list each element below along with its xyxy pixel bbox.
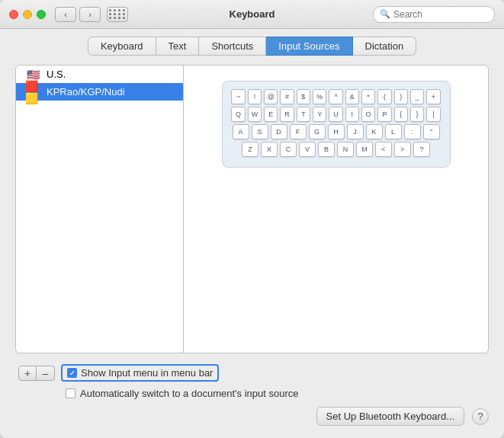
kb-key: ~ (231, 89, 245, 104)
sidebar: 🇺🇸 U.S. 🟥🟨 KPRao/KGP/Nudi (16, 66, 184, 353)
kb-key: H (328, 124, 345, 139)
kb-key: _ (410, 89, 424, 104)
auto-switch-row: Automatically switch to a document's inp… (18, 388, 486, 399)
back-button[interactable]: ‹ (55, 7, 76, 22)
window-title: Keyboard (230, 8, 275, 20)
kb-key: S (252, 124, 268, 139)
kb-key: G (309, 124, 326, 139)
remove-source-button[interactable]: – (37, 366, 55, 381)
help-button[interactable]: ? (472, 408, 489, 425)
sidebar-item-kprao[interactable]: 🟥🟨 KPRao/KGP/Nudi (16, 83, 183, 101)
kb-key: C (280, 142, 297, 157)
tab-text[interactable]: Text (156, 37, 200, 56)
kb-key: K (366, 124, 383, 139)
kb-key: | (426, 107, 440, 122)
kb-key: : (404, 124, 421, 139)
kb-key: L (385, 124, 402, 139)
kb-row-4: Z X C V B N M < > ? (232, 142, 441, 157)
show-input-menu-area: Show Input menu in menu bar (61, 364, 219, 382)
sidebar-item-us[interactable]: 🇺🇸 U.S. (16, 66, 183, 83)
kb-key: Q (231, 107, 245, 122)
kb-key: + (426, 89, 440, 104)
search-input[interactable] (393, 9, 485, 20)
kb-key: $ (297, 89, 310, 104)
kb-key: A (233, 124, 249, 139)
kb-row-3: A S D F G H J K L : " (232, 124, 441, 139)
kb-key: ) (394, 89, 408, 104)
titlebar: ‹ › Keyboard 🔍 (0, 0, 504, 29)
kb-key: B (318, 142, 335, 157)
kb-key: Z (242, 142, 258, 157)
kb-key: ^ (329, 89, 342, 104)
sidebar-list: 🇺🇸 U.S. 🟥🟨 KPRao/KGP/Nudi (16, 66, 183, 353)
show-input-menu-checkbox[interactable] (67, 368, 77, 378)
kb-key: U (329, 107, 342, 122)
kb-key: E (264, 107, 278, 122)
kb-key: @ (264, 89, 278, 104)
kb-key: Y (313, 107, 326, 122)
tab-shortcuts[interactable]: Shortcuts (199, 37, 266, 56)
auto-switch-label: Automatically switch to a document's inp… (80, 388, 298, 399)
show-input-menu-label: Show Input menu in menu bar (81, 367, 213, 379)
auto-switch-checkbox[interactable] (66, 388, 75, 398)
kb-key: V (299, 142, 316, 157)
bluetooth-keyboard-button[interactable]: Set Up Bluetooth Keyboard... (316, 407, 464, 426)
kb-key: ( (377, 89, 391, 104)
kb-key: P (377, 107, 391, 122)
keyboard-visual: ~ ! @ # $ % ^ & * ( ) _ + (222, 81, 451, 168)
tab-bar: Keyboard Text Shortcuts Input Sources Di… (0, 29, 504, 56)
kb-key: O (361, 107, 375, 122)
kb-key: % (313, 89, 326, 104)
footer-row: Set Up Bluetooth Keyboard... ? (15, 407, 489, 426)
kb-key: T (297, 107, 310, 122)
kb-key: F (290, 124, 307, 139)
add-source-button[interactable]: + (18, 366, 37, 381)
kb-row-2: Q W E R T Y U I O P { } | (232, 107, 441, 122)
window: ‹ › Keyboard 🔍 Keyboard Text Shortcuts I… (0, 0, 504, 438)
sidebar-item-us-label: U.S. (47, 69, 66, 80)
tab-input-sources[interactable]: Input Sources (266, 37, 352, 56)
kb-key: I (345, 107, 359, 122)
search-icon: 🔍 (380, 9, 390, 19)
maximize-button[interactable] (37, 10, 46, 19)
tab-dictation[interactable]: Dictation (353, 37, 417, 56)
kb-key: > (394, 142, 411, 157)
kb-key: * (361, 89, 375, 104)
kb-key: X (261, 142, 278, 157)
tab-keyboard[interactable]: Keyboard (88, 37, 156, 56)
kb-key: M (356, 142, 373, 157)
kb-key: N (337, 142, 354, 157)
close-button[interactable] (9, 10, 18, 19)
kb-key: & (345, 89, 359, 104)
kb-key: R (280, 107, 294, 122)
add-remove-bar: + – Show Input menu in menu bar (18, 361, 486, 385)
kb-key: W (248, 107, 262, 122)
kb-row-1: ~ ! @ # $ % ^ & * ( ) _ + (232, 89, 441, 104)
sidebar-item-kprao-label: KPRao/KGP/Nudi (47, 86, 125, 98)
kb-key: ! (248, 89, 262, 104)
kb-key: J (347, 124, 364, 139)
forward-button[interactable]: › (79, 7, 101, 22)
kb-key: { (394, 107, 408, 122)
us-flag-icon: 🇺🇸 (25, 69, 40, 80)
kb-key: < (375, 142, 392, 157)
nav-buttons: ‹ › (55, 7, 101, 22)
kb-key: } (410, 107, 424, 122)
content-area: 🇺🇸 U.S. 🟥🟨 KPRao/KGP/Nudi ~ ! @ (0, 56, 504, 438)
bottom-controls: + – Show Input menu in menu bar Automati… (15, 361, 489, 399)
kb-key: " (423, 124, 440, 139)
grid-button[interactable] (107, 7, 128, 22)
traffic-lights (9, 10, 46, 19)
kb-key: # (280, 89, 294, 104)
kprao-flag-icon: 🟥🟨 (25, 87, 40, 98)
kb-key: D (271, 124, 287, 139)
kb-key: ? (413, 142, 430, 157)
minimize-button[interactable] (23, 10, 32, 19)
main-panel: 🇺🇸 U.S. 🟥🟨 KPRao/KGP/Nudi ~ ! @ (15, 65, 489, 353)
show-input-menu-focus-ring: Show Input menu in menu bar (61, 364, 219, 382)
right-panel: ~ ! @ # $ % ^ & * ( ) _ + (184, 66, 488, 353)
search-box[interactable]: 🔍 (373, 6, 495, 23)
